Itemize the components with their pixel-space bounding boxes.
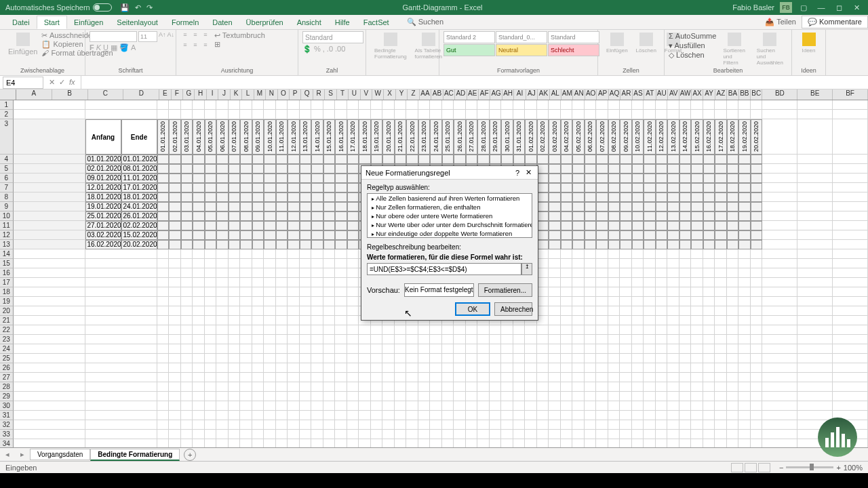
number-format-select[interactable] (302, 31, 363, 43)
column-header[interactable]: O (278, 89, 290, 100)
row-header[interactable]: 1 (0, 100, 14, 110)
column-header[interactable]: AX (692, 89, 703, 100)
column-header[interactable]: R (313, 89, 325, 100)
column-header[interactable]: AW (679, 89, 691, 100)
column-header[interactable]: AF (479, 89, 490, 100)
shrink-font-icon[interactable]: A↓ (167, 31, 175, 41)
delete-cells-button[interactable]: Löschen (632, 31, 660, 55)
column-header[interactable]: U (349, 89, 360, 100)
row-header[interactable]: 33 (0, 430, 14, 439)
row-header[interactable]: 10 (0, 211, 14, 221)
search-label[interactable]: 🔍 Suchen (407, 18, 443, 26)
row-header[interactable]: 20 (0, 306, 14, 316)
autosave-toggle[interactable]: Automatisches Speichern (5, 3, 112, 12)
rule-type-item[interactable]: Nur Zellen formatieren, die enthalten (368, 203, 532, 211)
column-header[interactable]: L (242, 89, 254, 100)
percent-icon[interactable]: % (314, 45, 321, 54)
style-standard2[interactable]: Standard 2 (443, 31, 495, 43)
pagelayout-view-icon[interactable] (745, 463, 757, 472)
column-header[interactable]: T (337, 89, 349, 100)
zoom-out-icon[interactable]: − (779, 464, 783, 472)
column-header[interactable]: AI (514, 89, 526, 100)
cancel-formula-icon[interactable]: ✕ (49, 78, 55, 87)
column-header[interactable]: AC (443, 89, 455, 100)
column-header[interactable]: BB (739, 89, 751, 100)
fill-button[interactable]: ▾ Ausfüllen (669, 41, 716, 50)
ok-button[interactable]: OK (455, 302, 490, 316)
style-standard0[interactable]: Standard_0... (496, 31, 547, 43)
column-header[interactable]: BC (751, 89, 762, 100)
column-header[interactable]: AQ (609, 89, 620, 100)
user-avatar[interactable]: FB (780, 2, 792, 13)
column-header[interactable]: AT (644, 89, 656, 100)
row-header[interactable]: 29 (0, 392, 14, 401)
rule-type-item[interactable]: Nur obere oder untere Werte formatieren (368, 211, 532, 220)
column-header[interactable]: AG (490, 89, 502, 100)
column-header[interactable]: A (16, 89, 52, 100)
formula-input[interactable] (367, 263, 521, 275)
row-header[interactable]: 31 (0, 411, 14, 420)
conditional-formatting-button[interactable]: Bedingte Formatierung (370, 31, 411, 61)
row-header[interactable]: 34 (0, 439, 14, 447)
comma-icon[interactable]: , (323, 45, 325, 54)
row-header[interactable]: 12 (0, 230, 14, 240)
row-header[interactable]: 21 (0, 316, 14, 325)
italic-icon[interactable]: K (96, 43, 101, 52)
normal-view-icon[interactable] (731, 463, 743, 472)
column-header[interactable]: K (231, 89, 242, 100)
column-header[interactable]: AS (633, 89, 644, 100)
column-header[interactable]: Q (301, 89, 313, 100)
row-header[interactable]: 23 (0, 335, 14, 344)
grow-font-icon[interactable]: A↑ (159, 31, 166, 41)
style-standard[interactable]: Standard (548, 31, 599, 43)
row-header[interactable]: 14 (0, 249, 14, 259)
close-icon[interactable]: ✕ (850, 3, 863, 12)
column-header[interactable]: AZ (715, 89, 727, 100)
tab-review[interactable]: Überprüfen (239, 16, 290, 28)
font-name-select[interactable] (90, 31, 137, 42)
column-header[interactable]: J (218, 89, 230, 100)
formula-bar[interactable] (81, 76, 868, 89)
style-neutral[interactable]: Neutral (496, 44, 547, 56)
column-header[interactable]: E (159, 89, 171, 100)
align-left-icon[interactable]: ≡ (180, 41, 190, 51)
sheet-tab-vorgangsdaten[interactable]: Vorgangsdaten (30, 449, 90, 460)
ideas-button[interactable]: Ideen (796, 31, 821, 55)
font-color-icon[interactable]: A (131, 43, 136, 52)
column-header[interactable]: H (195, 89, 206, 100)
column-header[interactable]: G (183, 89, 195, 100)
sheet-tab-bedingte[interactable]: Bedingte Formatierung (90, 449, 180, 461)
tab-formulas[interactable]: Formeln (165, 16, 205, 28)
tab-help[interactable]: Hilfe (328, 16, 357, 28)
column-header[interactable]: M (254, 89, 266, 100)
underline-icon[interactable]: U (103, 43, 108, 52)
column-header[interactable]: S (325, 89, 336, 100)
column-header[interactable]: Y (396, 89, 408, 100)
clear-button[interactable]: ◇ Löschen (669, 50, 716, 60)
wrap-text-button[interactable]: ↩ Textumbruch (214, 31, 265, 40)
rule-type-item[interactable]: Nur Werte über oder unter dem Durchschni… (368, 220, 532, 229)
row-header[interactable]: 19 (0, 297, 14, 306)
column-header[interactable]: AV (668, 89, 679, 100)
insert-cells-button[interactable]: Einfügen (602, 31, 632, 55)
maximize-icon[interactable]: ◻ (833, 3, 845, 12)
column-header[interactable]: V (361, 89, 372, 100)
autosum-button[interactable]: Σ AutoSumme (669, 31, 716, 41)
tab-factset[interactable]: FactSet (357, 16, 396, 28)
ribbon-options-icon[interactable]: ▢ (797, 3, 810, 12)
dialog-close-icon[interactable]: ✕ (523, 168, 534, 177)
inc-decimal-icon[interactable]: .0 (327, 45, 333, 54)
tab-data[interactable]: Daten (205, 16, 239, 28)
sort-filter-button[interactable]: Sortieren und Filtern (719, 31, 749, 67)
paste-button[interactable]: Einfügen (4, 31, 41, 58)
format-button[interactable]: Formatieren... (478, 283, 532, 297)
style-good[interactable]: Gut (443, 44, 495, 56)
border-icon[interactable]: ▦ (111, 43, 117, 52)
font-size-select[interactable] (138, 31, 157, 42)
row-header[interactable]: 13 (0, 240, 14, 249)
rule-type-list[interactable]: Alle Zellen basierend auf ihren Werten f… (367, 193, 532, 238)
row-header[interactable]: 6 (0, 174, 14, 183)
name-box[interactable] (3, 77, 43, 89)
column-header[interactable]: P (290, 89, 301, 100)
align-top-icon[interactable]: ≡ (180, 31, 190, 41)
